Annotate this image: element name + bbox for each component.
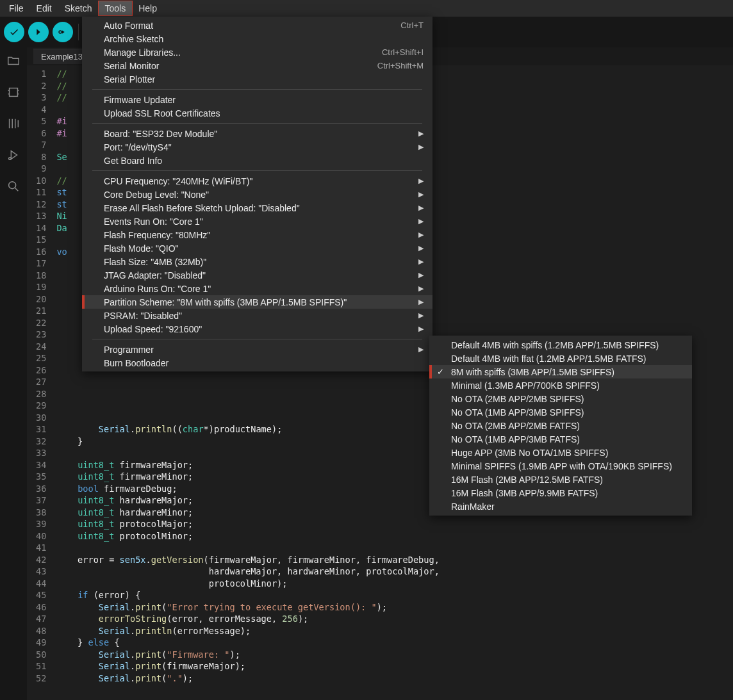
tools-item[interactable]: Flash Size: "4MB (32Mb)"▶	[82, 255, 432, 268]
option-label: Default 4MB with spiffs (1.2MB APP/1.5MB…	[451, 340, 659, 350]
menu-item-label: Programmer	[104, 345, 411, 355]
partition-option[interactable]: No OTA (1MB APP/3MB SPIFFS)	[429, 405, 692, 419]
partition-option[interactable]: Default 4MB with spiffs (1.2MB APP/1.5MB…	[429, 338, 692, 352]
option-label: Huge APP (3MB No OTA/1MB SPIFFS)	[451, 448, 608, 458]
menu-edit[interactable]: Edit	[30, 1, 58, 15]
menu-item-label: Arduino Runs On: "Core 1"	[104, 284, 411, 294]
menu-item-label: Erase All Flash Before Sketch Upload: "D…	[104, 203, 411, 213]
sidebar-debug-icon[interactable]	[6, 148, 21, 164]
menu-item-label: Firmware Updater	[104, 95, 424, 105]
menu-item-label: Get Board Info	[104, 156, 424, 166]
tools-item[interactable]: Flash Frequency: "80MHz"▶	[82, 228, 432, 241]
partition-option[interactable]: ✓8M with spiffs (3MB APP/1.5MB SPIFFS)	[429, 365, 692, 378]
tools-dropdown: Auto FormatCtrl+TArchive SketchManage Li…	[82, 17, 432, 371]
menu-item-label: Upload Speed: "921600"	[104, 324, 411, 334]
tools-item[interactable]: JTAG Adapter: "Disabled"▶	[82, 268, 432, 282]
debug-button[interactable]	[53, 22, 73, 42]
tools-item[interactable]: Flash Mode: "QIO"▶	[82, 241, 432, 255]
menu-help[interactable]: Help	[132, 1, 163, 15]
chevron-right-icon: ▶	[411, 217, 424, 225]
sidebar-board-icon[interactable]	[6, 85, 21, 101]
menu-tools[interactable]: Tools	[99, 1, 133, 15]
option-label: No OTA (1MB APP/3MB SPIFFS)	[451, 407, 584, 418]
tools-item[interactable]: Serial MonitorCtrl+Shift+M	[82, 59, 432, 72]
svg-point-3	[9, 182, 16, 189]
tools-item[interactable]: Arduino Runs On: "Core 1"▶	[82, 282, 432, 295]
menu-sketch[interactable]: Sketch	[58, 1, 99, 15]
menu-item-label: Partition Scheme: "8M with spiffs (3MB A…	[104, 297, 411, 307]
partition-option[interactable]: Default 4MB with ffat (1.2MB APP/1.5MB F…	[429, 352, 692, 365]
option-label: Minimal (1.3MB APP/700KB SPIFFS)	[451, 380, 600, 391]
chevron-right-icon: ▶	[411, 143, 424, 151]
tools-item[interactable]: Upload Speed: "921600"▶	[82, 322, 432, 336]
option-label: No OTA (2MB APP/2MB FATFS)	[451, 421, 580, 431]
check-icon	[9, 27, 19, 37]
menu-item-label: Events Run On: "Core 1"	[104, 216, 411, 227]
partition-option[interactable]: Minimal SPIFFS (1.9MB APP with OTA/190KB…	[429, 459, 692, 473]
menu-item-label: Board: "ESP32 Dev Module"	[104, 129, 411, 139]
sidebar-library-icon[interactable]	[6, 117, 21, 133]
tools-item[interactable]: Partition Scheme: "8M with spiffs (3MB A…	[82, 295, 432, 309]
shortcut-label: Ctrl+T	[400, 20, 424, 30]
tools-item[interactable]: Firmware Updater	[82, 93, 432, 106]
partition-option[interactable]: No OTA (2MB APP/2MB SPIFFS)	[429, 392, 692, 405]
option-label: No OTA (2MB APP/2MB SPIFFS)	[451, 394, 584, 404]
menu-item-label: Archive Sketch	[104, 34, 424, 44]
shortcut-label: Ctrl+Shift+I	[382, 47, 424, 57]
chevron-right-icon: ▶	[411, 284, 424, 293]
menu-item-label: CPU Frequency: "240MHz (WiFi/BT)"	[104, 176, 411, 186]
chevron-right-icon: ▶	[411, 177, 424, 185]
partition-option[interactable]: 16M Flash (3MB APP/9.9MB FATFS)	[429, 486, 692, 500]
tools-item[interactable]: Get Board Info	[82, 154, 432, 167]
chevron-right-icon: ▶	[411, 129, 424, 138]
partition-option[interactable]: No OTA (2MB APP/2MB FATFS)	[429, 419, 692, 432]
chevron-right-icon: ▶	[411, 345, 424, 354]
menu-item-label: Flash Size: "4MB (32Mb)"	[104, 257, 411, 267]
sidebar-search-icon[interactable]	[6, 179, 21, 195]
chevron-right-icon: ▶	[411, 190, 424, 199]
chevron-right-icon: ▶	[411, 311, 424, 320]
tools-item[interactable]: Port: "/dev/ttyS4"▶	[82, 140, 432, 154]
chevron-right-icon: ▶	[411, 298, 424, 306]
tools-item[interactable]: CPU Frequency: "240MHz (WiFi/BT)"▶	[82, 174, 432, 188]
tools-item[interactable]: Auto FormatCtrl+T	[82, 19, 432, 32]
tools-item[interactable]: Core Debug Level: "None"▶	[82, 188, 432, 201]
tools-item[interactable]: Programmer▶	[82, 343, 432, 356]
partition-option[interactable]: 16M Flash (2MB APP/12.5MB FATFS)	[429, 473, 692, 486]
tools-item[interactable]: Erase All Flash Before Sketch Upload: "D…	[82, 201, 432, 215]
tools-item[interactable]: Serial Plotter	[82, 72, 432, 86]
arrow-right-icon	[33, 27, 44, 37]
upload-button[interactable]	[28, 22, 49, 42]
tools-item[interactable]: Archive Sketch	[82, 32, 432, 45]
partition-option[interactable]: RainMaker	[429, 500, 692, 513]
option-label: Minimal SPIFFS (1.9MB APP with OTA/190KB…	[451, 461, 672, 471]
tools-item[interactable]: Events Run On: "Core 1"▶	[82, 215, 432, 228]
option-label: No OTA (1MB APP/3MB FATFS)	[451, 434, 580, 444]
menu-item-label: Burn Bootloader	[104, 358, 424, 368]
svg-point-0	[59, 31, 62, 33]
chevron-right-icon: ▶	[411, 325, 424, 333]
verify-button[interactable]	[4, 22, 24, 42]
tools-item[interactable]: Burn Bootloader	[82, 356, 432, 370]
menu-item-label: Auto Format	[104, 20, 400, 31]
partition-option[interactable]: Minimal (1.3MB APP/700KB SPIFFS)	[429, 378, 692, 392]
tools-item[interactable]: Board: "ESP32 Dev Module"▶	[82, 127, 432, 140]
tools-item[interactable]: Manage Libraries...Ctrl+Shift+I	[82, 45, 432, 59]
menu-item-label: Port: "/dev/ttyS4"	[104, 142, 411, 152]
chevron-right-icon: ▶	[411, 231, 424, 239]
menu-item-label: Manage Libraries...	[104, 47, 382, 58]
separator	[78, 24, 79, 40]
sidebar-folder-icon[interactable]	[6, 54, 21, 70]
chevron-right-icon: ▶	[411, 257, 424, 266]
partition-option[interactable]: Huge APP (3MB No OTA/1MB SPIFFS)	[429, 446, 692, 459]
menu-file[interactable]: File	[3, 1, 30, 15]
partition-submenu: Default 4MB with spiffs (1.2MB APP/1.5MB…	[429, 336, 692, 516]
menu-item-label: Serial Plotter	[104, 74, 424, 85]
partition-option[interactable]: No OTA (1MB APP/3MB FATFS)	[429, 432, 692, 446]
svg-rect-1	[10, 88, 18, 97]
shortcut-label: Ctrl+Shift+M	[377, 61, 424, 70]
menubar: FileEditSketchToolsHelp	[0, 0, 733, 17]
menu-item-label: JTAG Adapter: "Disabled"	[104, 270, 411, 281]
tools-item[interactable]: Upload SSL Root Certificates	[82, 106, 432, 120]
tools-item[interactable]: PSRAM: "Disabled"▶	[82, 309, 432, 322]
